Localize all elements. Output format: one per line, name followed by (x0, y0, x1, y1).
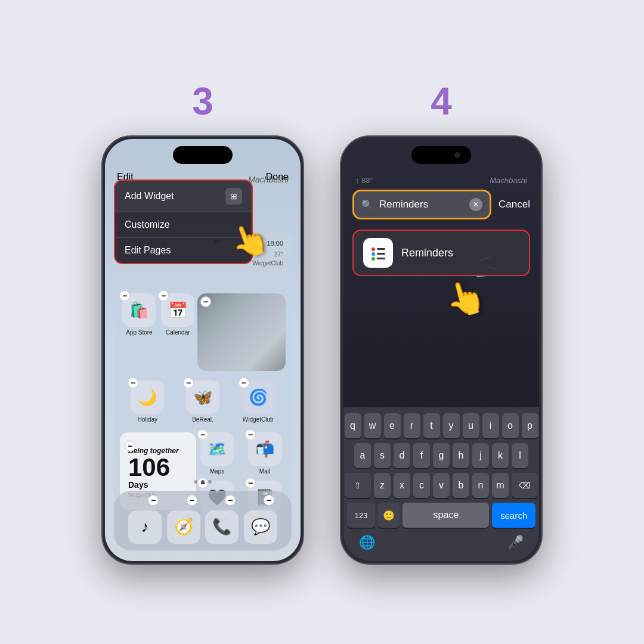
phone3-screen: Edit Done Machbashi Add Widget ⊞ Customi… (105, 139, 301, 561)
search-bar-container: 🔍 Reminders ✕ Cancel (352, 190, 530, 219)
power-button (304, 232, 304, 265)
key-k[interactable]: k (492, 443, 509, 468)
dock-minus-4: − (264, 495, 274, 506)
app-store-icon: − 🛍️ (122, 293, 156, 327)
volume-down-button (101, 247, 102, 268)
minus-badge-tog: − (125, 441, 135, 451)
search-bar-wrapper: 🔍 Reminders ✕ Cancel (352, 190, 530, 219)
key-row-5: 🌐 🎤 (347, 532, 535, 550)
svg-point-5 (371, 257, 375, 261)
dock-minus-3: − (225, 495, 236, 506)
minus-badge-maps: − (197, 429, 208, 440)
key-w[interactable]: w (364, 413, 381, 438)
key-p[interactable]: p (522, 413, 538, 438)
step3-number: 3 (192, 79, 213, 123)
bereal-item: − 🦋 BeReal. (182, 380, 224, 423)
dock-minus-1: − (148, 495, 159, 506)
bereal-label: BeReal. (192, 416, 213, 423)
key-x[interactable]: x (394, 473, 410, 498)
calendar-item: − 📅 Calendar (159, 293, 197, 371)
key-v[interactable]: v (433, 473, 450, 498)
dynamic-island-3 (173, 146, 233, 164)
phone3: Edit Done Machbashi Add Widget ⊞ Customi… (101, 135, 304, 565)
shift-key[interactable]: ⇧ (345, 473, 371, 498)
dock-messages: − 💬 (244, 498, 277, 544)
emoji-key[interactable]: 🙂 (378, 503, 400, 528)
top-hint: ↑ 88° Machbashi (343, 176, 539, 185)
key-f[interactable]: f (413, 443, 430, 468)
holiday-item: − 🌙 Holiday (126, 380, 168, 423)
reminders-icon (363, 238, 393, 268)
camera-dot (454, 152, 460, 158)
key-row-2: a s d f g h j k l (347, 443, 535, 468)
cancel-button[interactable]: Cancel (499, 199, 530, 210)
key-e[interactable]: e (384, 413, 401, 438)
phone4: ↑ 88° Machbashi 🔍 Reminders ✕ Cancel (340, 135, 543, 565)
key-b[interactable]: b (453, 473, 469, 498)
search-input-box[interactable]: 🔍 Reminders ✕ (352, 190, 491, 219)
small-row-1: − 🗺️ Maps − 📬 (196, 432, 286, 475)
minus-badge-wc: − (239, 377, 249, 388)
search-key[interactable]: search (492, 503, 535, 528)
bereal-icon: − 🦋 (186, 380, 219, 414)
svg-point-1 (371, 247, 375, 251)
key-o[interactable]: o (502, 413, 519, 438)
key-y[interactable]: y (443, 413, 460, 438)
key-i[interactable]: i (482, 413, 499, 438)
key-t[interactable]: t (423, 413, 440, 438)
marble-image: − (197, 293, 286, 371)
volume-up-button (101, 220, 102, 242)
numbers-key[interactable]: 123 (347, 503, 375, 528)
clear-button[interactable]: ✕ (469, 198, 482, 211)
svg-rect-2 (377, 248, 385, 250)
dock-music: − ♪ (128, 498, 162, 544)
context-menu: Add Widget ⊞ Customize Edit Pages (114, 179, 253, 264)
key-n[interactable]: n (472, 473, 489, 498)
mail-icon: − 📬 (248, 432, 281, 466)
maps-icon: − 🗺️ (200, 432, 234, 466)
dock-music-icon: ♪ (128, 510, 162, 544)
key-m[interactable]: m (492, 473, 509, 498)
maps-item: − 🗺️ Maps (196, 432, 238, 475)
dot-1 (194, 480, 197, 484)
dock-messages-icon: 💬 (244, 510, 277, 544)
key-r[interactable]: r (404, 413, 420, 438)
mic-icon[interactable]: 🎤 (507, 535, 524, 550)
step3-container: 3 Edit Done Machbashi Add Widget ⊞ (101, 79, 304, 565)
widget-icon: ⊞ (225, 188, 242, 205)
reminder-result[interactable]: Reminders (352, 230, 530, 276)
key-s[interactable]: s (374, 443, 391, 468)
key-q[interactable]: q (345, 413, 361, 438)
dot-2 (201, 480, 205, 484)
space-key[interactable]: space (402, 503, 489, 528)
delete-key[interactable]: ⌫ (512, 473, 538, 498)
key-d[interactable]: d (394, 443, 410, 468)
svg-rect-6 (377, 258, 385, 259)
minus-badge-mail: − (245, 429, 256, 440)
minus-badge-br: − (183, 377, 194, 388)
dynamic-island-4 (411, 146, 471, 164)
widgetclub-label: WidgetClub (243, 416, 274, 423)
add-widget-item[interactable]: Add Widget ⊞ (115, 181, 252, 212)
marble-widget: − (197, 293, 286, 371)
brand-label: Machbashi (248, 175, 289, 184)
key-c[interactable]: c (413, 473, 430, 498)
widgetclub-item: − 🌀 WidgetClub (237, 380, 279, 423)
dock-safari: − 🧭 (167, 498, 200, 544)
reminder-name: Reminders (401, 247, 453, 259)
together-days: 106 (128, 455, 188, 480)
key-z[interactable]: z (374, 473, 391, 498)
dock-phone: − 📞 (205, 498, 239, 544)
app-store-label: App Store (126, 329, 152, 336)
app-row-2: − 🌙 Holiday − 🦋 BeReal. (120, 380, 286, 423)
key-u[interactable]: u (463, 413, 479, 438)
key-a[interactable]: a (354, 443, 371, 468)
globe-icon[interactable]: 🌐 (359, 535, 375, 550)
key-g[interactable]: g (433, 443, 450, 468)
key-l[interactable]: l (512, 443, 528, 468)
mail-label: Mail (259, 468, 270, 475)
key-h[interactable]: h (453, 443, 469, 468)
dock: − ♪ − 🧭 − 📞 − 💬 (114, 491, 292, 550)
key-j[interactable]: j (472, 443, 489, 468)
app-store-item: − 🛍️ App Store (120, 293, 159, 371)
